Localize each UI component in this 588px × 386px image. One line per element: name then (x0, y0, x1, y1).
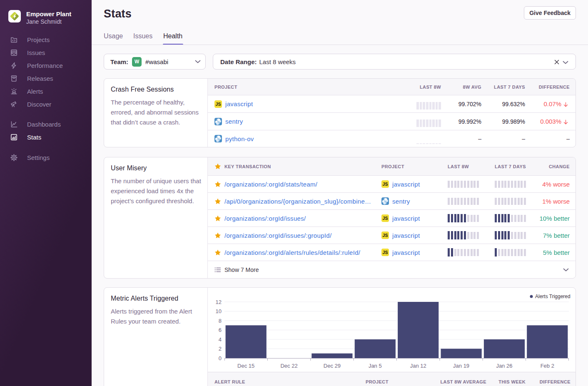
svg-text:6: 6 (219, 327, 222, 333)
svg-text:Jan 19: Jan 19 (453, 363, 469, 369)
svg-text:12: 12 (216, 299, 222, 305)
svg-text:Jan 5: Jan 5 (369, 363, 382, 369)
svg-text:4: 4 (219, 336, 222, 343)
svg-text:Dec 22: Dec 22 (280, 363, 297, 369)
svg-text:8: 8 (219, 318, 222, 324)
svg-text:Jan 26: Jan 26 (496, 363, 512, 369)
svg-text:Dec 15: Dec 15 (237, 363, 254, 369)
svg-text:Dec 29: Dec 29 (324, 363, 341, 369)
svg-text:Jan 12: Jan 12 (410, 363, 426, 369)
svg-text:10: 10 (216, 308, 222, 314)
svg-text:2: 2 (219, 346, 222, 352)
svg-text:Alerts Triggered: Alerts Triggered (535, 294, 571, 299)
svg-text:0: 0 (219, 355, 222, 361)
svg-text:Feb 2: Feb 2 (541, 363, 554, 369)
